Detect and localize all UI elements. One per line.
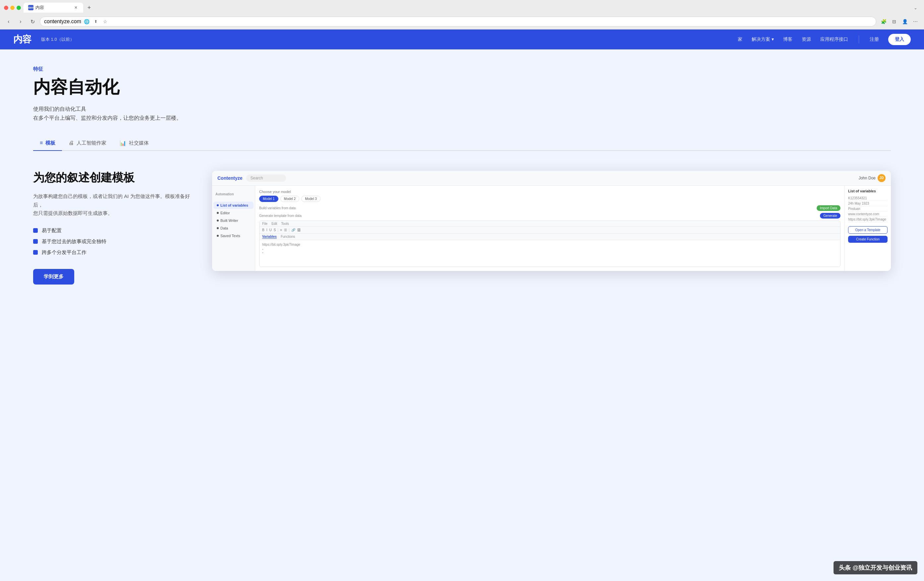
nav-link-api[interactable]: 应用程序接口 — [820, 36, 848, 43]
nav-link-home[interactable]: 家 — [738, 36, 742, 43]
content-section: 为您的叙述创建模板 为故事构建您自己的模板，或者让我们的 AI 为您做这件事。模… — [0, 151, 924, 305]
translate-icon[interactable]: 🌐 — [83, 18, 90, 25]
editor-tab-functions[interactable]: Functions — [281, 235, 295, 239]
toolbar-link[interactable]: 🔗 — [291, 228, 295, 232]
sidebar-item-templates[interactable]: List of variables — [213, 202, 254, 209]
extensions-button[interactable]: 🧩 — [879, 17, 888, 26]
browser-actions: 🧩 ⊟ 👤 ⋯ — [879, 17, 920, 26]
sidebar-item-saved-texts[interactable]: Saved Texts — [213, 232, 254, 240]
data-dot — [217, 227, 219, 229]
editor-var-tabs: Variables Functions — [259, 234, 840, 240]
build-vars-label: Build variables from data — [259, 206, 295, 210]
profile-button[interactable]: 👤 — [900, 17, 909, 26]
hero-title: 内容自动化 — [33, 78, 891, 96]
tab-templates[interactable]: ≡ 模板 — [33, 136, 62, 151]
feature-bullet-1 — [33, 228, 38, 233]
editor-menu-edit[interactable]: Edit — [271, 222, 277, 225]
tab-favicon: Contentyze — [28, 5, 33, 10]
editor-menu-file[interactable]: File — [262, 222, 267, 225]
nav-login-button[interactable]: 登入 — [888, 34, 911, 45]
tab-ai-writer[interactable]: 🖨 人工智能作家 — [62, 136, 113, 151]
learn-more-button[interactable]: 学到更多 — [33, 269, 74, 285]
feature-item-1: 易于配置 — [33, 227, 192, 234]
panel-item-1: K123554321 — [848, 196, 888, 201]
close-window-button[interactable] — [4, 6, 8, 10]
address-input[interactable]: contentyze.com 🌐 ⬆ ☆ — [40, 17, 876, 26]
editor-dot — [217, 212, 219, 214]
gen-template-label: Generate template from data — [259, 214, 302, 218]
saved-texts-dot — [217, 235, 219, 237]
feature-item-3: 跨多个分发平台工作 — [33, 249, 192, 256]
app-logo: Contentyze — [218, 175, 242, 181]
panel-actions: Open a Template Create Function — [848, 226, 888, 243]
sidebar-item-data[interactable]: Data — [213, 225, 254, 232]
feature-bullet-2 — [33, 239, 38, 244]
sidebar-button[interactable]: ⊟ — [889, 17, 899, 26]
screenshot-icon[interactable]: ⬆ — [92, 18, 99, 25]
build-vars-row: Build variables from data Import Data — [259, 205, 840, 211]
app-editor-area: File Edit Tools B I U S ≡ — [259, 220, 840, 267]
model-1-button[interactable]: Model 1 — [259, 196, 279, 202]
sidebar-item-built-writer[interactable]: Built Writer — [213, 217, 254, 224]
forward-button[interactable]: › — [16, 17, 25, 26]
create-function-button[interactable]: Create Function — [848, 236, 888, 243]
tab-social-media[interactable]: 📊 社交媒体 — [113, 136, 155, 151]
tab-social-media-icon: 📊 — [120, 140, 126, 146]
feature-list: 易于配置 基于您过去的故事或完全独特 跨多个分发平台工作 — [33, 227, 192, 256]
toolbar-bold[interactable]: B — [262, 228, 264, 232]
gen-template-row: Generate template from data Generate — [259, 213, 840, 218]
open-template-button[interactable]: Open a Template — [848, 226, 888, 234]
generate-button[interactable]: Generate — [820, 213, 840, 218]
tab-bar: Contentyze 内容 ✕ + ⌄ — [23, 3, 920, 13]
content-desc: 为故事构建您自己的模板，或者让我们的 AI 为您做这件事。模板准备好后， 您只需… — [33, 192, 192, 218]
editor-menu-tools[interactable]: Tools — [281, 222, 289, 225]
app-avatar: JD — [878, 174, 886, 182]
toolbar-strikethrough[interactable]: S — [274, 228, 276, 232]
app-sidebar: Automation List of variables Editor — [212, 186, 255, 271]
tab-social-media-label: 社交媒体 — [129, 140, 149, 146]
content-right: Contentyze Search John Doe JD Automation — [212, 171, 891, 271]
panel-item-2: 24h May 1923 — [848, 201, 888, 206]
reload-button[interactable]: ↻ — [28, 17, 37, 26]
hero-desc: 使用我们的自动化工具 在多个平台上编写、监控和分发内容，让您的业务更上一层楼。 — [33, 104, 891, 122]
panel-item-5: https://bit.sply.3pk/7image — [848, 217, 888, 222]
tab-close-button[interactable]: ✕ — [73, 5, 79, 10]
address-bar: ‹ › ↻ contentyze.com 🌐 ⬆ ☆ 🧩 ⊟ 👤 ⋯ — [0, 15, 924, 29]
toolbar-sep-1 — [278, 228, 278, 232]
sidebar-section-automation: Automation — [212, 191, 255, 197]
nav-links: 家 解决方案 ▾ 博客 资源 应用程序接口 注册 登入 — [738, 34, 911, 45]
toolbar-image[interactable]: 🖼 — [297, 228, 300, 232]
tab-chevron[interactable]: ⌄ — [914, 5, 920, 10]
feature-bullet-3 — [33, 250, 38, 255]
editor-toolbar: B I U S ≡ ☰ 🔗 🖼 — [259, 227, 840, 234]
nav-link-resources[interactable]: 资源 — [802, 36, 811, 43]
toolbar-underline[interactable]: U — [269, 228, 271, 232]
sidebar-item-editor[interactable]: Editor — [213, 209, 254, 217]
toolbar-italic[interactable]: I — [266, 228, 267, 232]
built-writer-dot — [217, 220, 219, 222]
editor-tab-variables[interactable]: Variables — [262, 235, 277, 239]
new-tab-button[interactable]: + — [84, 3, 94, 12]
website: 内容 版本 1.0（以前） 家 解决方案 ▾ 博客 资源 应用程序接口 注册 登… — [0, 30, 924, 305]
toolbar-align[interactable]: ≡ — [280, 228, 282, 232]
back-button[interactable]: ‹ — [4, 17, 13, 26]
toolbar-list[interactable]: ☰ — [284, 228, 287, 232]
model-2-button[interactable]: Model 2 — [280, 196, 300, 202]
nav-link-solutions[interactable]: 解决方案 ▾ — [752, 36, 774, 43]
bookmark-icon[interactable]: ☆ — [102, 18, 108, 25]
active-tab[interactable]: Contentyze 内容 ✕ — [23, 3, 83, 13]
minimize-window-button[interactable] — [10, 6, 15, 10]
import-data-button[interactable]: Import Data — [817, 205, 840, 211]
nav-link-blog[interactable]: 博客 — [783, 36, 792, 43]
editor-tabs-row: File Edit Tools — [259, 221, 840, 227]
more-button[interactable]: ⋯ — [911, 17, 920, 26]
top-nav: 内容 版本 1.0（以前） 家 解决方案 ▾ 博客 资源 应用程序接口 注册 登… — [0, 30, 924, 50]
editor-content[interactable]: https://bit.sply.3pk/7image ▪ ▪ — [259, 240, 840, 266]
app-search-bar[interactable]: Search — [246, 174, 286, 182]
feature-item-2: 基于您过去的故事或完全独特 — [33, 238, 192, 245]
nav-register[interactable]: 注册 — [870, 36, 879, 43]
maximize-window-button[interactable] — [16, 6, 21, 10]
model-3-button[interactable]: Model 3 — [301, 196, 320, 202]
address-text: contentyze.com — [44, 18, 81, 25]
choose-model-label: Choose your model — [259, 190, 840, 194]
